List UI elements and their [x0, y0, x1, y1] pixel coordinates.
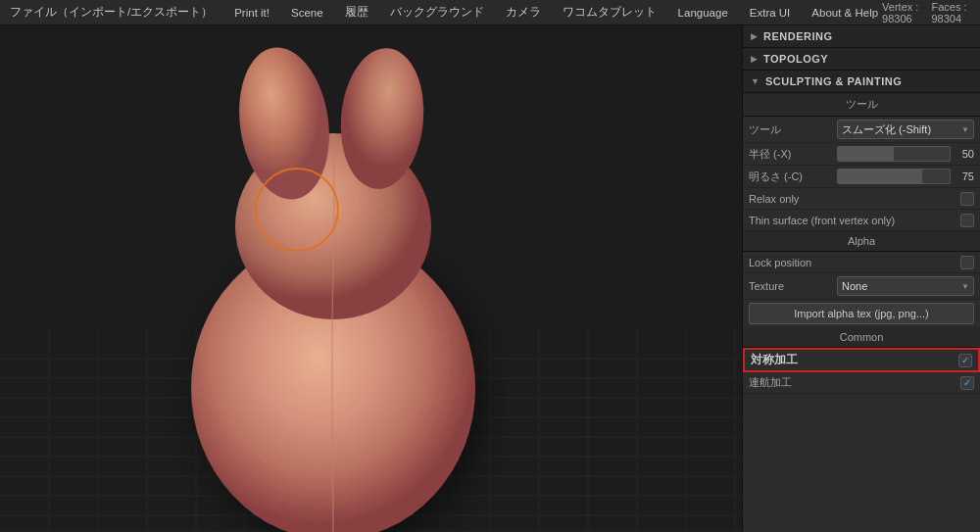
viewport[interactable] [0, 25, 742, 532]
symmetric-row: 対称加工 [743, 348, 980, 372]
connected-checkbox[interactable] [960, 376, 974, 390]
alpha-subsection: Alpha [743, 231, 980, 252]
rendering-arrow: ▶ [751, 31, 758, 41]
brightness-label: 明るさ (-C) [749, 169, 837, 184]
menu-scene[interactable]: Scene [287, 5, 327, 21]
brightness-num: 75 [955, 170, 974, 182]
menu-extra-ui[interactable]: Extra UI [746, 5, 795, 21]
brightness-row: 明るさ (-C) 75 [743, 166, 980, 188]
menu-file[interactable]: ファイル（インポート/エクスポート） [6, 3, 217, 22]
menu-about[interactable]: About & Help [808, 5, 882, 21]
vertex-count: Vertex : 98306 [882, 1, 925, 24]
tool-value[interactable]: スムーズ化 (-Shift) ▼ [837, 120, 974, 139]
lock-checkbox[interactable] [960, 256, 974, 269]
main-content: ▶ RENDERING ▶ TOPOLOGY ▼ SCULPTING & PAI… [0, 25, 980, 532]
symmetric-checkbox[interactable] [958, 354, 972, 367]
menu-history[interactable]: 履歴 [341, 3, 372, 22]
thin-checkbox[interactable] [960, 214, 974, 227]
tool-row: ツール スムーズ化 (-Shift) ▼ [743, 117, 980, 143]
texture-dropdown-value: None [842, 280, 867, 292]
thin-row: Thin surface (front vertex only) [743, 210, 980, 231]
brightness-value: 75 [837, 169, 974, 184]
tool-dropdown[interactable]: スムーズ化 (-Shift) ▼ [837, 120, 974, 139]
menu-language[interactable]: Language [674, 5, 732, 21]
menu-background[interactable]: バックグラウンド [386, 3, 488, 22]
radius-row: 半径 (-X) 50 [743, 143, 980, 166]
thin-label: Thin surface (front vertex only) [749, 215, 895, 226]
texture-row: Texture None ▼ [743, 273, 980, 300]
radius-bar [837, 146, 951, 162]
tool-label: ツール [749, 122, 837, 137]
sculpting-title: SCULPTING & PAINTING [765, 75, 902, 87]
symmetric-label: 対称加工 [751, 353, 798, 367]
tool-dropdown-arrow: ▼ [961, 125, 969, 134]
radius-label: 半径 (-X) [749, 147, 837, 162]
topology-title: TOPOLOGY [763, 53, 828, 65]
brightness-bar [837, 169, 951, 184]
radius-fill [838, 147, 894, 161]
radius-value: 50 [837, 146, 974, 162]
section-sculpting[interactable]: ▼ SCULPTING & PAINTING [743, 71, 980, 93]
brightness-slider[interactable]: 75 [837, 169, 974, 184]
connected-label: 連航加工 [749, 375, 792, 390]
texture-dropdown-arrow: ▼ [961, 282, 969, 291]
lock-label: Lock position [749, 257, 811, 268]
texture-value[interactable]: None ▼ [837, 276, 974, 296]
section-rendering[interactable]: ▶ RENDERING [743, 25, 980, 48]
tool-subsection: ツール [743, 93, 980, 117]
connected-row: 連航加工 [743, 372, 980, 394]
stats: Vertex : 98306 Faces : 98304 [882, 1, 974, 24]
radius-slider[interactable]: 50 [837, 146, 974, 162]
section-topology[interactable]: ▶ TOPOLOGY [743, 48, 980, 71]
texture-label: Texture [749, 280, 837, 292]
rendering-title: RENDERING [763, 30, 833, 42]
common-subsection: Common [743, 327, 980, 348]
right-panel: ▶ RENDERING ▶ TOPOLOGY ▼ SCULPTING & PAI… [742, 25, 980, 532]
topology-arrow: ▶ [751, 54, 758, 64]
menu-print[interactable]: Print it! [230, 5, 273, 21]
lock-row: Lock position [743, 252, 980, 273]
brightness-fill [838, 169, 922, 183]
texture-dropdown[interactable]: None ▼ [837, 276, 974, 296]
menu-tablet[interactable]: ワコムタブレット [559, 3, 661, 22]
relax-checkbox[interactable] [960, 192, 974, 206]
tool-dropdown-value: スムーズ化 (-Shift) [842, 122, 931, 137]
relax-label: Relax only [749, 193, 799, 205]
menu-camera[interactable]: カメラ [502, 3, 545, 22]
menu-bar: ファイル（インポート/エクスポート） Print it! Scene 履歴 バッ… [0, 0, 980, 25]
sculpting-arrow: ▼ [751, 76, 760, 86]
relax-row: Relax only [743, 188, 980, 210]
radius-num: 50 [955, 148, 974, 160]
import-button[interactable]: Import alpha tex (jpg, png...) [749, 303, 974, 324]
menu-items: ファイル（インポート/エクスポート） Print it! Scene 履歴 バッ… [6, 3, 882, 22]
faces-count: Faces : 98304 [931, 1, 974, 24]
